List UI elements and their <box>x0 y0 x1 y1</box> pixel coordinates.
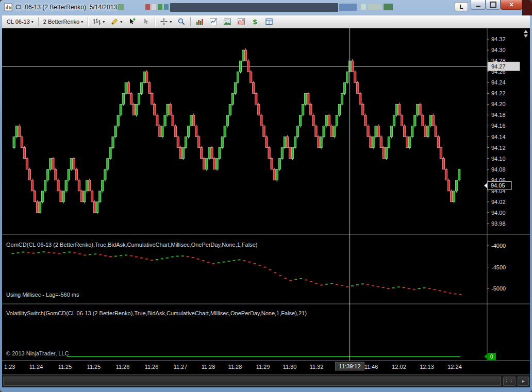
bar-chart-button[interactable] <box>193 16 206 27</box>
minimize-button[interactable] <box>471 0 486 10</box>
svg-text:94.30: 94.30 <box>491 47 506 53</box>
svg-text:94.00: 94.00 <box>491 210 506 216</box>
svg-text:11:46: 11:46 <box>364 364 378 370</box>
chevron-down-icon: ▾ <box>103 20 105 24</box>
drawing-tools-button[interactable]: ▾ <box>108 16 125 27</box>
interval-label: 2 BetterRenko <box>43 19 79 25</box>
toolbar-separator <box>190 17 191 26</box>
gomcd-indicator-label: GomCD(CL 06-13 (2 BetterRenko),True,BidA… <box>6 242 257 248</box>
account-dollar-button[interactable]: $ <box>248 16 262 27</box>
svg-text:11:26: 11:26 <box>116 364 130 370</box>
interval-selector[interactable]: 2 BetterRenko ▾ <box>41 16 86 27</box>
renko-series <box>13 48 460 214</box>
svg-text:94.12: 94.12 <box>491 145 506 151</box>
chevron-down-icon: ▾ <box>120 20 122 24</box>
svg-text:12:02: 12:02 <box>392 364 406 370</box>
volatility-indicator-label: VolatilitySwitch(GomCD(CL 06-13 (2 Bette… <box>6 310 307 316</box>
svg-text:94.22: 94.22 <box>491 90 506 96</box>
svg-text:11:30: 11:30 <box>283 364 297 370</box>
copyright-text: © 2013 NinjaTrader, LLC <box>6 350 69 356</box>
close-button[interactable]: × <box>501 0 522 10</box>
close-icon: × <box>509 1 513 8</box>
gomcd-series <box>12 251 462 295</box>
gomcd-status-text: Using Millisec - Lag=-560 ms <box>6 292 79 298</box>
maximize-button[interactable] <box>486 0 501 10</box>
crosshair-button[interactable]: ▾ <box>157 16 174 27</box>
svg-text:94.24: 94.24 <box>491 79 506 86</box>
price-axis-group[interactable]: 94.3294.3094.2894.2694.2494.2294.2094.18… <box>484 36 520 360</box>
cursor-add-icon <box>128 18 136 26</box>
svg-text:94.16: 94.16 <box>491 123 506 129</box>
svg-text:94.05: 94.05 <box>491 182 505 189</box>
app-chart-icon <box>4 3 12 11</box>
titlebar-corner <box>522 0 532 15</box>
scrollbar-grip[interactable]: ⋮⋮ <box>503 377 516 386</box>
region-chart-icon <box>237 18 245 26</box>
window-title: CL 06-13 (2 BetterRenko) 5/14/2013 <box>15 4 117 11</box>
svg-text:1:23: 1:23 <box>4 364 15 370</box>
svg-text:93.98: 93.98 <box>491 220 506 227</box>
maximize-icon <box>490 2 496 8</box>
chart-style-icon <box>93 18 101 26</box>
time-axis-group[interactable]: 1:2311:2411:2511:2511:2611:2611:2711:281… <box>4 362 462 370</box>
svg-text:11:32: 11:32 <box>310 364 324 370</box>
scrollbar-thumb[interactable] <box>3 377 501 386</box>
bar-chart-icon <box>195 18 204 26</box>
svg-text:11:27: 11:27 <box>174 364 188 370</box>
dollar-icon: $ <box>251 18 259 26</box>
volatility-series <box>67 356 460 357</box>
chevron-down-icon: ▾ <box>81 20 83 24</box>
magnifier-icon <box>177 18 186 26</box>
svg-text:11:25: 11:25 <box>58 364 72 370</box>
crosshair-icon <box>160 18 168 26</box>
panel-nav-arrows[interactable] <box>524 30 528 38</box>
panel-grid-icon <box>265 18 273 26</box>
svg-text:11:25: 11:25 <box>87 364 101 370</box>
region-chart-button[interactable] <box>235 16 248 27</box>
svg-text:-4000: -4000 <box>491 243 506 249</box>
toolbar-separator <box>88 17 88 26</box>
line-chart-icon <box>209 18 218 26</box>
snapshot-icon <box>223 18 231 26</box>
cursor-new-button[interactable] <box>125 16 139 27</box>
ninjatrader-chart-window: CL 06-13 (2 BetterRenko) 5/14/2013 L × C… <box>0 0 532 392</box>
chart-style-button[interactable]: ▾ <box>90 16 107 27</box>
svg-text:-5000: -5000 <box>491 285 506 292</box>
instrument-selector[interactable]: CL 06-13 ▾ <box>4 16 36 27</box>
svg-text:94.20: 94.20 <box>491 101 506 107</box>
line-chart-button[interactable] <box>207 16 220 27</box>
svg-text:11:29: 11:29 <box>256 364 270 370</box>
scroll-right-button[interactable]: ▸ <box>518 377 529 386</box>
svg-text:94.27: 94.27 <box>491 63 506 70</box>
snapshot-button[interactable] <box>221 16 234 27</box>
titlebar[interactable]: CL 06-13 (2 BetterRenko) 5/14/2013 L × <box>0 0 532 15</box>
svg-text:$: $ <box>253 18 257 26</box>
pencil-icon <box>110 18 119 26</box>
client-area: CL 06-13 ▾ 2 BetterRenko ▾ ▾ ▾ <box>2 15 530 387</box>
cursor-icon <box>142 18 150 26</box>
chevron-down-icon: ▾ <box>31 20 34 24</box>
svg-text:0: 0 <box>490 354 493 360</box>
svg-text:94.02: 94.02 <box>491 199 506 205</box>
svg-text:12:24: 12:24 <box>447 364 462 370</box>
svg-text:12:13: 12:13 <box>420 364 434 370</box>
link-button[interactable]: L <box>455 2 468 11</box>
chevron-down-icon: ▾ <box>170 20 172 24</box>
toolbar-separator <box>155 17 155 26</box>
toolbar-separator <box>38 17 39 26</box>
chart-canvas[interactable]: 94.3294.3094.2894.2694.2494.2294.2094.18… <box>2 28 530 374</box>
svg-text:94.32: 94.32 <box>491 36 506 42</box>
svg-text:94.10: 94.10 <box>491 156 506 162</box>
svg-text:94.18: 94.18 <box>491 112 506 118</box>
minimize-icon <box>476 6 480 7</box>
svg-text:-4500: -4500 <box>491 264 506 270</box>
zoom-button[interactable] <box>175 16 188 27</box>
panel-grid-button[interactable] <box>262 16 276 27</box>
cursor-button[interactable] <box>139 16 153 27</box>
horizontal-scrollbar[interactable]: ⋮⋮ ▸ <box>2 374 530 387</box>
svg-text:11:39:12: 11:39:12 <box>339 363 361 369</box>
svg-text:94.14: 94.14 <box>491 134 506 140</box>
svg-text:94.08: 94.08 <box>491 166 506 173</box>
svg-text:11:24: 11:24 <box>29 364 43 370</box>
svg-text:11:28: 11:28 <box>202 364 215 370</box>
